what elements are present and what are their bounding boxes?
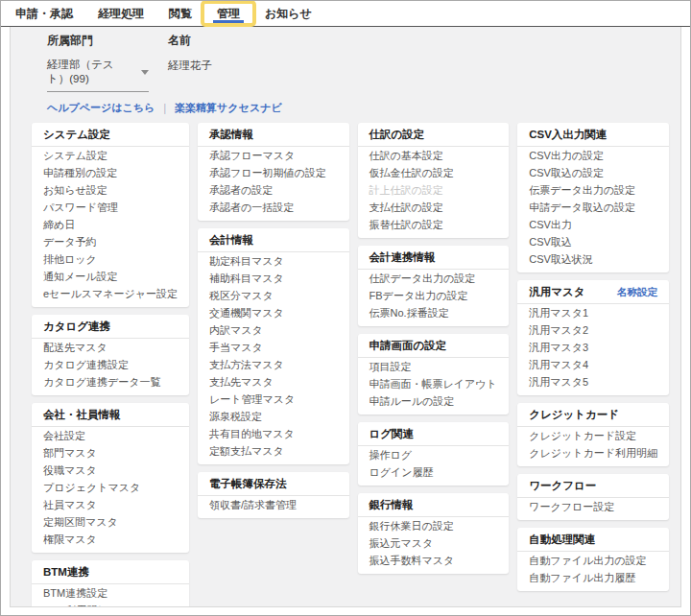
name-label: 名前 bbox=[168, 33, 212, 49]
menu-item-link[interactable]: 自動ファイル出力の設定 bbox=[517, 552, 669, 569]
menu-item-link[interactable]: 操作ログ bbox=[358, 446, 510, 463]
menu-item-link[interactable]: 権限マスタ bbox=[32, 531, 189, 548]
menu-item-link[interactable]: カタログ連携データ一覧 bbox=[32, 373, 189, 391]
menu-item-link[interactable]: 申請ルールの設定 bbox=[358, 392, 510, 410]
menu-item-link[interactable]: クレジットカード設定 bbox=[517, 427, 669, 444]
menu-item-link[interactable]: BTM連携設定 bbox=[32, 584, 189, 602]
menu-item-link[interactable]: CSV出力 bbox=[517, 216, 669, 233]
menu-item-link[interactable]: 勘定科目マスタ bbox=[198, 252, 349, 270]
menu-item-link[interactable]: 項目設定 bbox=[358, 358, 510, 375]
menu-item-link[interactable]: 汎用マスタ2 bbox=[517, 321, 669, 339]
help-page-link[interactable]: ヘルプページはこちら bbox=[47, 101, 155, 115]
menu-card-accounting-integration-info: 会計連携情報仕訳データ出力の設定FBデータ出力の設定伝票No.採番設定 bbox=[358, 246, 510, 326]
tab-view[interactable]: 閲覧 bbox=[156, 4, 204, 23]
menu-item-link[interactable]: 支払方法マスタ bbox=[198, 356, 349, 373]
menu-item-link[interactable]: クレジットカード利用明細 bbox=[517, 444, 669, 462]
menu-item-link[interactable]: 仕訳の基本設定 bbox=[358, 147, 510, 164]
menu-item-link[interactable]: 締め日 bbox=[32, 216, 189, 233]
menu-item-link[interactable]: 源泉税設定 bbox=[198, 408, 349, 425]
department-field: 所属部門 経理部（テスト）(99) bbox=[47, 33, 149, 92]
menu-item-link[interactable]: CSV取込の設定 bbox=[517, 164, 669, 181]
menu-item-link[interactable]: 振込元マスタ bbox=[358, 534, 510, 552]
menu-section-title: CSV入出力関連 bbox=[529, 128, 607, 142]
menu-section-title: クレジットカード bbox=[529, 408, 619, 422]
main-panel: 所属部門 経理部（テスト）(99) 名前 経理花子 ヘルプページはこちら ｜ 楽… bbox=[10, 27, 681, 607]
menu-item-link[interactable]: 会社設定 bbox=[32, 427, 189, 444]
menu-section-title: 承認情報 bbox=[209, 128, 253, 142]
tab-application-approval[interactable]: 申請・承認 bbox=[3, 4, 85, 23]
success-navi-link[interactable]: 楽楽精算サクセスナビ bbox=[175, 101, 282, 115]
menu-item-link[interactable]: 補助科目マスタ bbox=[198, 270, 349, 287]
menu-item-link[interactable]: FBデータ出力の設定 bbox=[358, 287, 510, 304]
menu-item-link[interactable]: 承認フローマスタ bbox=[198, 147, 349, 164]
menu-item-link[interactable]: 承認フロー初期値の設定 bbox=[198, 164, 349, 181]
menu-section-header: 仕訳の設定 bbox=[358, 123, 510, 147]
menu-item-link[interactable]: BTM利用明細 bbox=[32, 602, 189, 607]
menu-item-link[interactable]: CSV出力の設定 bbox=[517, 147, 669, 164]
menu-item-link[interactable]: 振替仕訳の設定 bbox=[358, 216, 510, 233]
menu-card-general-purpose-master: 汎用マスタ名称設定汎用マスタ1汎用マスタ2汎用マスタ3汎用マスタ4汎用マスタ5 bbox=[517, 280, 669, 395]
menu-item-link[interactable]: 伝票データ出力の設定 bbox=[517, 181, 669, 199]
menu-item-link[interactable]: 領収書/請求書管理 bbox=[198, 496, 349, 513]
menu-item-link[interactable]: 共有目的地マスタ bbox=[198, 425, 349, 442]
menu-section-title: 銀行情報 bbox=[369, 498, 414, 512]
menu-item-link[interactable]: 伝票No.採番設定 bbox=[358, 304, 510, 321]
menu-item-link[interactable]: CSV取込 bbox=[517, 233, 669, 250]
menu-item-link[interactable]: 通知メール設定 bbox=[32, 268, 189, 285]
menu-section-header: 会計情報 bbox=[198, 228, 349, 252]
menu-item-link[interactable]: 申請データ取込の設定 bbox=[517, 199, 669, 216]
menu-item-link[interactable]: システム設定 bbox=[32, 147, 189, 164]
menu-item-link[interactable]: 社員マスタ bbox=[32, 496, 189, 513]
menu-item-link[interactable]: 承認者の一括設定 bbox=[198, 199, 349, 216]
menu-item-link[interactable]: 部門マスタ bbox=[32, 444, 189, 462]
menu-item-link[interactable]: 銀行休業日の設定 bbox=[358, 517, 510, 534]
menu-item-link[interactable]: 手当マスタ bbox=[198, 339, 349, 356]
menu-card-electronic-books-law: 電子帳簿保存法領収書/請求書管理 bbox=[198, 472, 349, 518]
tab-news[interactable]: お知らせ bbox=[252, 4, 324, 23]
menu-card-journal-settings: 仕訳の設定仕訳の基本設定仮払金仕訳の設定計上仕訳の設定支払仕訳の設定振替仕訳の設… bbox=[358, 123, 510, 238]
help-link-separator: ｜ bbox=[159, 101, 170, 115]
menu-item-link[interactable]: 配送先マスタ bbox=[32, 339, 189, 356]
menu-item-link[interactable]: 排他ロック bbox=[32, 250, 189, 268]
menu-item-link[interactable]: 定期区間マスタ bbox=[32, 513, 189, 531]
menu-item-link[interactable]: 汎用マスタ1 bbox=[517, 304, 669, 321]
section-header-link[interactable]: 名称設定 bbox=[617, 286, 657, 299]
menu-item-link[interactable]: 交通機関マスタ bbox=[198, 304, 349, 321]
menu-item-link[interactable]: 内訳マスタ bbox=[198, 321, 349, 339]
menu-item-link[interactable]: 役職マスタ bbox=[32, 462, 189, 479]
menu-item-link[interactable]: 定額支払マスタ bbox=[198, 442, 349, 460]
menu-item-link[interactable]: 振込手数料マスタ bbox=[358, 552, 510, 569]
menu-grid: システム設定システム設定申請種別の設定お知らせ設定パスワード管理締め日データ予約… bbox=[32, 123, 669, 607]
menu-item-link[interactable]: 申請種別の設定 bbox=[32, 164, 189, 181]
menu-item-link[interactable]: 自動ファイル出力履歴 bbox=[517, 569, 669, 586]
menu-item-link[interactable]: 税区分マスタ bbox=[198, 287, 349, 304]
menu-item-link[interactable]: ワークフロー設定 bbox=[517, 498, 669, 515]
tab-accounting-processing[interactable]: 経理処理 bbox=[85, 4, 156, 23]
menu-item-link[interactable]: 申請画面・帳票レイアウト bbox=[358, 375, 510, 392]
department-select[interactable]: 経理部（テスト）(99) bbox=[47, 58, 149, 92]
top-nav: 申請・承認経理処理閲覧管理お知らせ bbox=[1, 1, 690, 27]
menu-section-title: 仕訳の設定 bbox=[369, 128, 425, 142]
menu-item-link[interactable]: 仕訳データ出力の設定 bbox=[358, 270, 510, 287]
menu-item-link[interactable]: レート管理マスタ bbox=[198, 391, 349, 408]
menu-item-link[interactable]: パスワード管理 bbox=[32, 199, 189, 216]
menu-column-1: システム設定システム設定申請種別の設定お知らせ設定パスワード管理締め日データ予約… bbox=[32, 123, 189, 607]
menu-item-link[interactable]: 承認者の設定 bbox=[198, 181, 349, 199]
menu-item-link[interactable]: プロジェクトマスタ bbox=[32, 479, 189, 496]
menu-item-link[interactable]: データ予約 bbox=[32, 233, 189, 250]
help-links: ヘルプページはこちら ｜ 楽楽精算サクセスナビ bbox=[11, 92, 680, 115]
menu-column-4: CSV入出力関連CSV出力の設定CSV取込の設定伝票データ出力の設定申請データ取… bbox=[517, 123, 669, 591]
menu-item-link[interactable]: お知らせ設定 bbox=[32, 181, 189, 199]
menu-item-link[interactable]: カタログ連携設定 bbox=[32, 356, 189, 373]
menu-item-link[interactable]: 支払先マスタ bbox=[198, 373, 349, 391]
menu-item-link[interactable]: CSV取込状況 bbox=[517, 250, 669, 268]
tab-admin[interactable]: 管理 bbox=[204, 4, 252, 23]
menu-section-header: CSV入出力関連 bbox=[517, 123, 669, 147]
menu-item-link[interactable]: 汎用マスタ5 bbox=[517, 373, 669, 391]
menu-item-link[interactable]: 支払仕訳の設定 bbox=[358, 199, 510, 216]
menu-item-link[interactable]: 仮払金仕訳の設定 bbox=[358, 164, 510, 181]
menu-item-link[interactable]: ログイン履歴 bbox=[358, 463, 510, 481]
menu-item-link[interactable]: 汎用マスタ4 bbox=[517, 356, 669, 373]
menu-item-link[interactable]: eセールスマネージャー設定 bbox=[32, 285, 189, 302]
menu-item-link[interactable]: 汎用マスタ3 bbox=[517, 339, 669, 356]
